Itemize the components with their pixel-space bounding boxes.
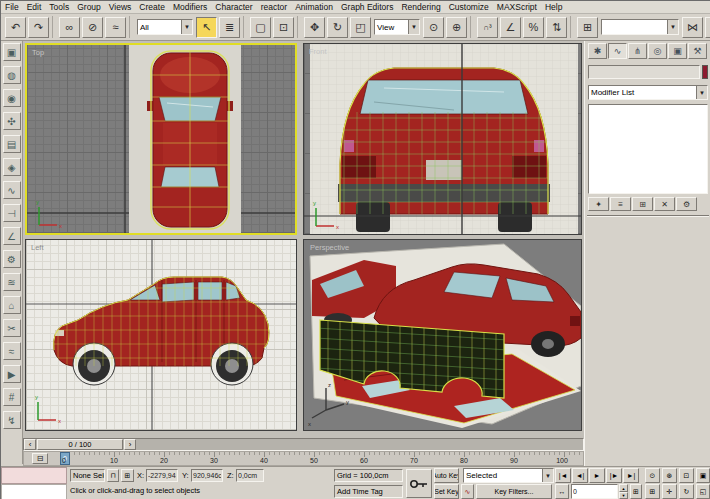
select-object-icon[interactable]: ↖: [196, 17, 217, 38]
front-viewport-canvas[interactable]: Front x y: [304, 44, 581, 234]
viewport-top[interactable]: Top x y: [25, 43, 297, 235]
tab-modify[interactable]: ∿: [608, 43, 627, 59]
deforming-mesh-icon[interactable]: ▤: [3, 135, 21, 153]
min-max-toggle-icon[interactable]: ◱: [696, 484, 710, 499]
menu-character[interactable]: Character: [211, 2, 256, 12]
water-icon[interactable]: ≈: [3, 342, 21, 360]
zoom-extents-all-icon[interactable]: ▣: [696, 468, 710, 483]
region-zoom-icon[interactable]: ⊞: [645, 484, 660, 499]
chevron-down-icon[interactable]: ▼: [408, 20, 419, 34]
menu-rendering[interactable]: Rendering: [397, 2, 444, 12]
menu-edit[interactable]: Edit: [23, 2, 46, 12]
time-slider-right-arrow[interactable]: ›: [124, 439, 136, 450]
maxscript-macro-recorder[interactable]: [1, 467, 67, 484]
make-unique-icon[interactable]: ⊞: [632, 197, 653, 211]
show-end-result-icon[interactable]: ≡: [610, 197, 631, 211]
select-and-scale-icon[interactable]: ◰: [350, 17, 371, 38]
x-coord-field[interactable]: [146, 469, 178, 482]
auto-key-button[interactable]: Auto Key: [434, 468, 459, 483]
wind-icon[interactable]: ≋: [3, 273, 21, 291]
tab-create[interactable]: ✱: [588, 43, 607, 59]
linear-dashpot-icon[interactable]: ⊣: [3, 204, 21, 222]
menu-views[interactable]: Views: [105, 2, 136, 12]
menu-animation[interactable]: Animation: [291, 2, 337, 12]
spinner-snap-icon[interactable]: ⇅: [546, 17, 567, 38]
chevron-down-icon[interactable]: ▼: [542, 469, 553, 482]
go-to-start-icon[interactable]: |◄: [555, 468, 571, 483]
time-configuration-icon[interactable]: ⊞: [630, 484, 642, 499]
reference-coordinate-dropdown[interactable]: View ▼: [374, 19, 420, 35]
trackbar-filter-button[interactable]: ⊟: [32, 453, 48, 464]
track-bar[interactable]: ⊟ 0 0 10 20 30 40 50 60 70 80 90 100: [23, 451, 584, 466]
add-time-tag[interactable]: Add Time Tag: [334, 485, 403, 498]
pan-icon[interactable]: ✛: [662, 484, 677, 499]
maxscript-mini-listener[interactable]: [1, 484, 67, 499]
align-icon[interactable]: ≋: [705, 17, 710, 38]
bind-to-space-warp-icon[interactable]: ≈: [105, 17, 126, 38]
menu-customize[interactable]: Customize: [445, 2, 493, 12]
frame-spinner-up[interactable]: ▲: [619, 484, 628, 492]
play-icon[interactable]: ►: [589, 468, 605, 483]
pin-stack-icon[interactable]: ✦: [588, 197, 609, 211]
key-filters-button[interactable]: Key Filters...: [476, 484, 552, 499]
named-selection-dropdown[interactable]: ▼: [601, 19, 679, 35]
cloth-collection-icon[interactable]: ◍: [3, 66, 21, 84]
viewport-front[interactable]: Front x y: [303, 43, 582, 235]
window-crossing-icon[interactable]: ⊡: [273, 17, 294, 38]
menu-maxscript[interactable]: MAXScript: [493, 2, 541, 12]
z-coord-field[interactable]: [236, 469, 264, 482]
rectangular-selection-region-icon[interactable]: ▢: [250, 17, 271, 38]
use-pivot-center-icon[interactable]: ⊙: [423, 17, 444, 38]
set-key-button[interactable]: Set Key: [434, 484, 459, 499]
undo-icon[interactable]: ↶: [5, 17, 26, 38]
set-keys-button[interactable]: [406, 469, 432, 498]
menu-help[interactable]: Help: [541, 2, 566, 12]
y-coord-field[interactable]: [191, 469, 223, 482]
previous-frame-icon[interactable]: ◄|: [572, 468, 588, 483]
analyze-world-icon[interactable]: #: [3, 388, 21, 406]
unlink-selection-icon[interactable]: ⊘: [82, 17, 103, 38]
tab-motion[interactable]: ◎: [648, 43, 667, 59]
key-mode-toggle-icon[interactable]: ↔: [555, 484, 569, 499]
select-and-rotate-icon[interactable]: ↻: [327, 17, 348, 38]
fracture-icon[interactable]: ✂: [3, 319, 21, 337]
soft-body-collection-icon[interactable]: ◉: [3, 89, 21, 107]
key-filter-dropdown[interactable]: Selected ▼: [463, 468, 554, 483]
object-name-field[interactable]: [588, 65, 700, 79]
menu-group[interactable]: Group: [73, 2, 105, 12]
left-viewport-canvas[interactable]: Left x y: [26, 240, 296, 430]
select-and-link-icon[interactable]: ∞: [59, 17, 80, 38]
motor-icon[interactable]: ⚙: [3, 250, 21, 268]
rope-collection-icon[interactable]: ✣: [3, 112, 21, 130]
plane-icon[interactable]: ◈: [3, 158, 21, 176]
time-slider-left-arrow[interactable]: ‹: [24, 439, 36, 450]
toy-car-icon[interactable]: ⌂: [3, 296, 21, 314]
angular-dashpot-icon[interactable]: ∠: [3, 227, 21, 245]
go-to-end-icon[interactable]: ►|: [623, 468, 639, 483]
perspective-viewport-canvas[interactable]: Perspective z x y: [304, 240, 581, 430]
frame-spinner-down[interactable]: ▼: [619, 492, 628, 499]
object-color-swatch[interactable]: [702, 65, 708, 79]
chevron-down-icon[interactable]: ▼: [696, 86, 707, 99]
next-frame-icon[interactable]: |►: [606, 468, 622, 483]
snap-toggle-icon[interactable]: ∩³: [477, 17, 498, 38]
tab-utilities[interactable]: ⚒: [688, 43, 707, 59]
top-viewport-canvas[interactable]: Top x y: [27, 45, 295, 233]
zoom-all-icon[interactable]: ⊛: [662, 468, 677, 483]
select-by-name-icon[interactable]: ≣: [219, 17, 240, 38]
rigid-body-collection-icon[interactable]: ▣: [3, 43, 21, 61]
chevron-down-icon[interactable]: ▼: [181, 20, 192, 34]
mirror-icon[interactable]: ⋈: [682, 17, 703, 38]
current-frame-field[interactable]: [571, 484, 618, 499]
modifier-list-dropdown[interactable]: Modifier List ▼: [588, 85, 708, 100]
remove-modifier-icon[interactable]: ✕: [654, 197, 675, 211]
tab-hierarchy[interactable]: ⋔: [628, 43, 647, 59]
zoom-extents-icon[interactable]: ⊡: [679, 468, 694, 483]
menu-file[interactable]: File: [1, 2, 23, 12]
spring-icon[interactable]: ∿: [3, 181, 21, 199]
viewport-left[interactable]: Left x y: [25, 239, 297, 431]
zoom-icon[interactable]: ⊙: [645, 468, 660, 483]
menu-reactor[interactable]: reactor: [257, 2, 291, 12]
modifier-stack-list[interactable]: [588, 104, 708, 194]
angle-snap-icon[interactable]: ∠: [500, 17, 521, 38]
